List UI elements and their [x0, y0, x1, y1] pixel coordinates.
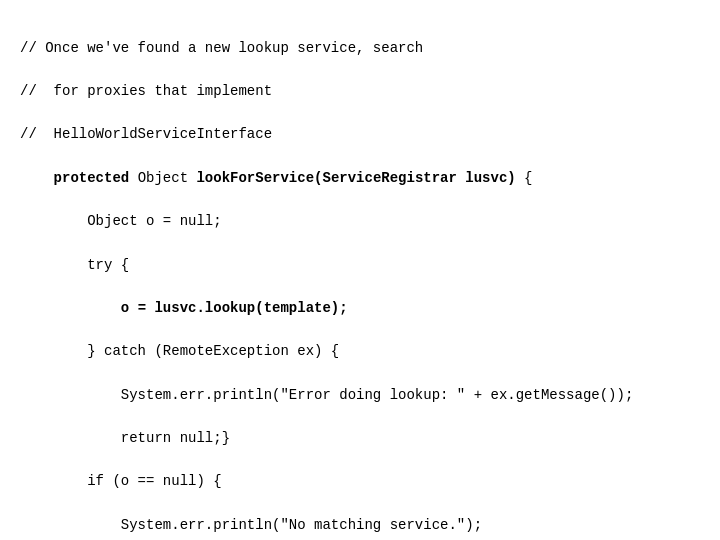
catch-block: } catch (RemoteException ex) {: [20, 343, 339, 359]
return-null-1: return null;}: [20, 430, 230, 446]
comment-line1: // Once we've found a new lookup service…: [20, 40, 423, 56]
comment-line2: // for proxies that implement: [20, 83, 272, 99]
code-container: // Once we've found a new lookup service…: [0, 0, 720, 540]
if-null-check: if (o == null) {: [20, 473, 222, 489]
no-matching-println: System.err.println("No matching service.…: [20, 517, 482, 533]
try-open: try {: [20, 257, 129, 273]
object-decl: Object o = null;: [20, 213, 222, 229]
comment-line3: // HelloWorldServiceInterface: [20, 126, 272, 142]
method-signature: protected Object lookForService(ServiceR…: [20, 170, 533, 186]
lookup-call: o = lusvc.lookup(template);: [20, 300, 348, 316]
error-println: System.err.println("Error doing lookup: …: [20, 387, 633, 403]
